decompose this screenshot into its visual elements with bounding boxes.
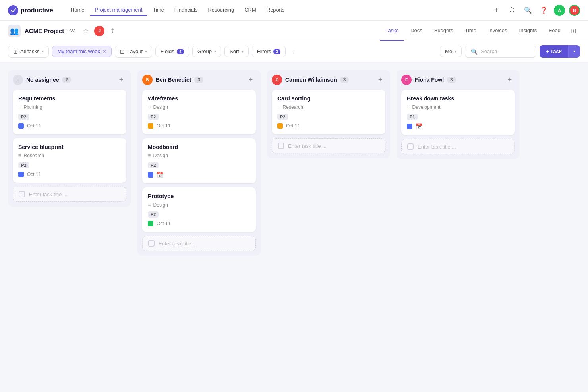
nav-link-time[interactable]: Time [148,4,168,16]
card-title-moodboard: Moodboard [148,144,250,150]
search-bar[interactable]: 🔍 Search [465,46,536,58]
layout-button[interactable]: ⊟ Layout ▾ [115,46,152,58]
card-break-down-tasks[interactable]: Break down tasks ≡ Development P1 📅 [401,90,515,135]
card-dot-moodboard [148,172,153,178]
card-date-prototype: Oct 11 [157,221,170,226]
project-bar: 👥 ACME Project 👁 ☆ J ⇡ Tasks Docs Budget… [0,21,588,41]
svg-point-0 [8,5,18,15]
avatar-green[interactable]: A [554,5,565,16]
nav-link-home[interactable]: Home [66,4,89,16]
tab-tasks[interactable]: Tasks [380,21,404,41]
tab-invoices[interactable]: Invoices [483,21,513,41]
fields-badge: 4 [177,49,184,54]
card-meta-card-sorting: ≡ Research [277,104,380,110]
add-task-button[interactable]: + Task [540,45,568,58]
column-header-carmen: C Carmen Willaimson 3 + [272,75,385,85]
card-meta-icon-service-blueprint: ≡ [18,153,21,158]
add-task-dropdown-button[interactable]: ▾ [568,45,580,58]
column-count-fiona: 3 [447,77,456,83]
column-fiona: F Fiona Fowl 3 + Break down tasks ≡ Deve… [397,70,520,159]
card-title-break-down-tasks: Break down tasks [407,95,509,102]
card-meta-break-down-tasks: ≡ Development [407,104,509,110]
card-meta-service-blueprint: ≡ Research [18,153,121,158]
logo[interactable]: productive [8,5,53,15]
fields-button[interactable]: Fields 4 [155,46,189,57]
column-add-ben[interactable]: + [246,75,256,85]
card-date-card-sorting: Oct 11 [286,123,300,129]
column-title-no-assignee: No assignee [26,77,59,83]
card-meta-prototype: ≡ Design [148,202,250,208]
card-meta-icon-moodboard: ≡ [148,153,151,158]
tab-feed[interactable]: Feed [543,21,566,41]
nav-link-crm[interactable]: CRM [240,4,261,16]
nav-link-reports[interactable]: Reports [262,4,290,16]
filters-badge: 3 [273,49,280,54]
enter-task-ben[interactable]: Enter task title ... [142,236,256,251]
tab-insights[interactable]: Insights [514,21,543,41]
card-dot-wireframes [148,123,153,129]
avatar-red[interactable]: B [569,5,580,16]
nav-links: Home Project management Time Financials … [66,4,490,16]
search-bar-placeholder: Search [481,48,497,54]
card-wireframes[interactable]: Wireframes ≡ Design P2 Oct 11 [142,90,256,134]
search-icon[interactable]: 🔍 [522,4,534,16]
card-card-sorting[interactable]: Card sorting ≡ Research P2 Oct 11 [272,90,385,134]
add-button[interactable]: + [490,4,502,16]
watch-button[interactable]: 👁 [68,26,77,36]
column-add-fiona[interactable]: + [505,75,515,85]
avatar-button[interactable]: J [94,26,104,36]
card-requirements[interactable]: Requirements ≡ Planning P2 Oct 11 [13,90,126,134]
timer-icon[interactable]: ⏱ [506,4,518,16]
nav-link-project-management[interactable]: Project management [90,4,147,16]
group-chevron-icon: ▾ [214,49,216,54]
my-team-button[interactable]: My team this week ✕ [52,46,112,57]
nav-link-financials[interactable]: Financials [170,4,203,16]
card-footer-moodboard: 📅 [148,172,250,178]
me-label: Me [445,48,452,54]
card-prototype[interactable]: Prototype ≡ Design P2 Oct 11 [142,187,256,232]
card-meta-moodboard: ≡ Design [148,153,250,158]
my-team-close-icon[interactable]: ✕ [103,49,106,54]
me-button[interactable]: Me ▾ [440,46,462,57]
filters-label: Filters [257,48,271,54]
enter-task-checkbox-carmen [278,143,284,149]
nav-link-resourcing[interactable]: Resourcing [203,4,239,16]
group-button[interactable]: Group ▾ [192,46,221,57]
all-tasks-button[interactable]: ⊞ All tasks ▾ [8,46,49,58]
download-button[interactable]: ↓ [289,46,298,57]
card-title-service-blueprint: Service blueprint [18,144,121,150]
column-header-fiona: F Fiona Fowl 3 + [401,75,515,85]
card-priority-requirements: P2 [18,114,29,120]
enter-task-fiona[interactable]: Enter task title ... [401,139,515,154]
layout-icon: ⊟ [120,48,125,55]
card-date-requirements: Oct 11 [27,123,41,129]
card-footer-wireframes: Oct 11 [148,123,250,129]
help-icon[interactable]: ❓ [538,4,550,16]
card-dot-card-sorting [277,123,283,129]
card-meta-label-card-sorting: Research [283,104,303,110]
all-tasks-chevron-icon: ▾ [42,49,44,54]
column-ben-benedict: B Ben Benedict 3 + Wireframes ≡ Design P… [137,70,261,256]
share-button[interactable]: ⇡ [108,25,117,36]
more-tab-icon[interactable]: ⊞ [567,25,580,37]
card-meta-label-moodboard: Design [153,153,168,158]
column-add-carmen[interactable]: + [375,75,385,85]
tab-budgets[interactable]: Budgets [429,21,459,41]
enter-task-no-assignee[interactable]: Enter task title ... [13,187,126,202]
column-add-no-assignee[interactable]: + [116,75,126,85]
card-title-requirements: Requirements [18,95,121,102]
column-count-carmen: 3 [340,77,349,83]
avatar-ben: B [142,75,153,85]
enter-task-carmen[interactable]: Enter task title ... [272,138,385,153]
card-meta-label-wireframes: Design [153,104,168,110]
card-meta-label-requirements: Planning [24,104,43,110]
card-meta-label-service-blueprint: Research [24,153,44,158]
tab-time[interactable]: Time [459,21,482,41]
sort-button[interactable]: Sort ▾ [224,46,249,57]
card-moodboard[interactable]: Moodboard ≡ Design P2 📅 [142,138,256,183]
tab-docs[interactable]: Docs [405,21,428,41]
star-button[interactable]: ☆ [81,25,90,36]
filters-button[interactable]: Filters 3 [252,46,286,57]
card-footer-card-sorting: Oct 11 [277,123,380,129]
card-service-blueprint[interactable]: Service blueprint ≡ Research P2 Oct 11 [13,138,126,183]
